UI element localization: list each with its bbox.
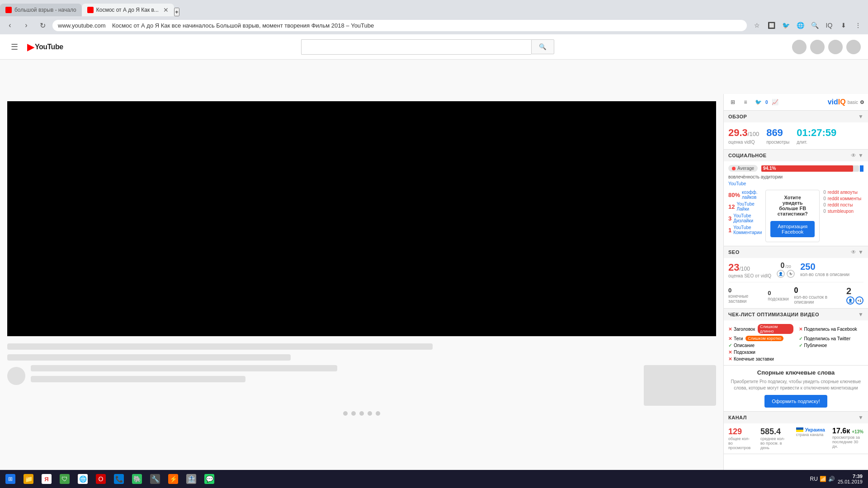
list-icon[interactable]: ≡ xyxy=(740,97,751,108)
metric-label-2: YouTube Лайки xyxy=(736,202,762,211)
tab-2-close-icon[interactable]: ✕ xyxy=(163,6,169,14)
vidiq-settings-icon[interactable]: ⚙ xyxy=(860,99,864,105)
social-section: СОЦИАЛЬНОЕ 👁 ▼ Average 94.1% xyxy=(724,150,868,246)
seo-num2-icons: 👤 +1 xyxy=(846,296,863,305)
video-player[interactable] xyxy=(7,101,716,336)
kaspersky-button[interactable]: 🛡 xyxy=(56,471,73,487)
search-input[interactable] xyxy=(301,39,531,55)
social-arrow-icon: ▼ xyxy=(858,152,863,159)
address-bar: ‹ › ↻ ☆ 🔲 🐦 🌐 🔍 IQ ⬇ ⋮ xyxy=(0,16,868,34)
avatar-4[interactable] xyxy=(846,40,861,54)
vidiq-panel: ⊞ ≡ 🐦 0 📈 vidIQ basic ⚙ ОБЗОР ▼ xyxy=(723,94,868,488)
seo-links-denom: /20 xyxy=(785,264,791,269)
youtube-header: ☰ ▶ YouTube 🔍 xyxy=(0,34,868,60)
evernote-button[interactable]: 🐘 xyxy=(128,471,146,487)
extension-5-icon[interactable]: IQ xyxy=(823,19,835,32)
overview-header[interactable]: ОБЗОР ▼ xyxy=(724,111,868,122)
metric-val-2: 12 xyxy=(728,203,735,210)
avatar-1[interactable] xyxy=(792,40,807,54)
checklist-arrow-icon: ▼ xyxy=(858,311,863,318)
chrome-button[interactable]: 🌐 xyxy=(74,471,91,487)
placeholder-line-4 xyxy=(31,376,245,382)
checklist-item-twitter: ✓ Поделились на Twitter xyxy=(799,336,864,341)
avatar-2[interactable] xyxy=(810,40,825,54)
competitive-section: Спорные ключевые слова Приобретите Pro п… xyxy=(724,366,868,412)
back-button[interactable]: ‹ xyxy=(4,19,16,32)
seo-num2-circle-2[interactable]: +1 xyxy=(855,296,863,305)
start-button[interactable]: ⊞ xyxy=(2,471,19,487)
badge-too-long: Слишком длинно xyxy=(758,324,793,334)
fb-auth-button[interactable]: Авторизация Facebook xyxy=(770,221,815,237)
dot-2 xyxy=(351,411,356,416)
reload-button[interactable]: ↻ xyxy=(36,19,49,32)
check-x-hints: ✕ xyxy=(728,350,732,355)
badge-too-short: Слишком коротко xyxy=(745,336,783,341)
progress-bar: 94.1% xyxy=(761,165,859,172)
metric-row-3: 3 YouTube Дизлайки xyxy=(728,213,762,223)
forward-button[interactable]: › xyxy=(20,19,33,32)
new-tab-button[interactable]: + xyxy=(174,8,179,16)
channel-stats: 129 общее кол-во просмотров 585.4 средне… xyxy=(728,427,863,450)
checklist-header[interactable]: ЧЕК-ЛИСТ ОПТИМИЗАЦИИ ВИДЕО ▼ xyxy=(724,309,868,320)
channel-header[interactable]: КАНАЛ ▼ xyxy=(724,412,868,423)
hamburger-menu-icon[interactable]: ☰ xyxy=(7,38,22,56)
seo-eye-icon[interactable]: 👁 xyxy=(851,249,856,255)
yandex-browser-button[interactable]: Я xyxy=(38,471,55,487)
skype-button[interactable]: 📞 xyxy=(110,471,127,487)
opera-button[interactable]: O xyxy=(92,471,109,487)
seo-links-val: 0 xyxy=(780,262,784,270)
main-content: ⊞ ≡ 🐦 0 📈 vidIQ basic ⚙ ОБЗОР ▼ xyxy=(0,94,868,488)
extension-1-icon[interactable]: 🔲 xyxy=(765,19,778,32)
files-taskbar-button[interactable]: 📁 xyxy=(20,471,37,487)
seo-header[interactable]: SEO 👁 ▼ xyxy=(724,246,868,258)
avatar-3[interactable] xyxy=(828,40,843,54)
subscards-block: 0 подсказки xyxy=(768,290,788,301)
social-eye-icon[interactable]: 👁 xyxy=(851,152,856,159)
chart-icon[interactable]: 📈 xyxy=(770,97,781,108)
extension-2-icon[interactable]: 🐦 xyxy=(779,19,792,32)
menu-icon[interactable]: ⋮ xyxy=(852,19,864,32)
placeholder-line-1 xyxy=(7,343,433,350)
seo-num2-circle-1[interactable]: 👤 xyxy=(846,296,854,305)
tab-1[interactable]: большой взрыв - начало xyxy=(0,4,82,16)
tools-icon: 🔧 xyxy=(150,474,160,484)
overview-stats: 29.3/100 оценка vidIQ 869 просмотры 01:2… xyxy=(728,127,863,145)
bank-button[interactable]: 🏦 xyxy=(183,471,200,487)
seo-row1: 23/100 оценка SEO от vidIQ 0 /20 👤 ↻ xyxy=(728,262,863,278)
extension-3-icon[interactable]: 🌐 xyxy=(794,19,807,32)
check-ok-description: ✓ xyxy=(728,343,732,348)
end-cards-block: 0 конечные заставки xyxy=(728,287,762,304)
tab-2[interactable]: Космос от А до Я Как в... ✕ xyxy=(82,4,174,16)
dot-3 xyxy=(359,411,364,416)
address-input[interactable] xyxy=(52,20,747,31)
download-icon[interactable]: ⬇ xyxy=(837,19,850,32)
tools-button[interactable]: 🔧 xyxy=(146,471,164,487)
flash-button[interactable]: ⚡ xyxy=(165,471,182,487)
youtube-logo[interactable]: ▶ YouTube xyxy=(27,42,63,52)
video-area xyxy=(0,94,723,488)
youtube-logo-icon: ▶ xyxy=(27,42,34,52)
seo-circle-1[interactable]: 👤 xyxy=(777,270,785,278)
social-header[interactable]: СОЦИАЛЬНОЕ 👁 ▼ xyxy=(724,150,868,161)
subscribe-button[interactable]: Оформить подписку! xyxy=(764,395,827,408)
whatsapp-button[interactable]: 💬 xyxy=(201,471,218,487)
score-block: 29.3/100 оценка vidIQ xyxy=(728,127,759,145)
views-30-row: 17.6к +13% xyxy=(832,427,863,435)
placeholder-line-3 xyxy=(31,365,337,371)
competitive-title: Спорные ключевые слова xyxy=(728,369,863,376)
comment-links-label: кол-во ссылок в описании xyxy=(794,295,841,305)
tab-1-favicon xyxy=(5,7,12,13)
taskbar-right: RU 📶 🔊 7:39 25.01.2019 xyxy=(810,474,866,484)
grid-icon[interactable]: ⊞ xyxy=(727,97,738,108)
metric-row-4: 1 YouTube Комментарии xyxy=(728,225,762,235)
taskbar: ⊞ 📁 Я 🛡 🌐 O 📞 🐘 🔧 ⚡ 🏦 💬 RU 📶 🔊 7:39 xyxy=(0,470,868,488)
overview-body: 29.3/100 оценка vidIQ 869 просмотры 01:2… xyxy=(724,122,868,149)
search-button[interactable]: 🔍 xyxy=(531,39,554,54)
seo-section: SEO 👁 ▼ 23/100 оценка SEO от vidIQ xyxy=(724,246,868,309)
flash-icon: ⚡ xyxy=(168,474,178,484)
bookmark-icon[interactable]: ☆ xyxy=(750,19,763,32)
extension-4-icon[interactable]: 🔍 xyxy=(808,19,821,32)
twitter-icon[interactable]: 🐦 xyxy=(753,97,764,108)
seo-circle-2[interactable]: ↻ xyxy=(787,270,795,278)
seo-num2-block: 2 👤 +1 xyxy=(846,286,863,305)
